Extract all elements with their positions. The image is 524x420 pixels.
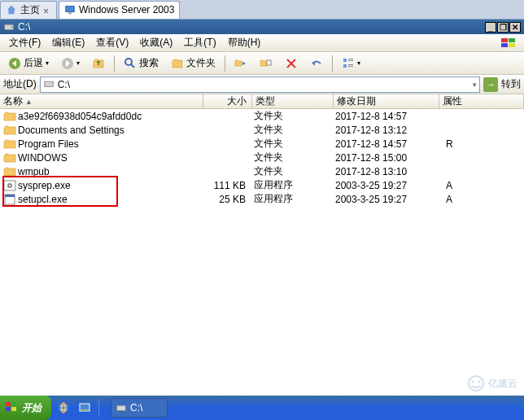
svg-rect-1: [66, 7, 75, 12]
folder-icon: [3, 152, 16, 164]
file-item[interactable]: WINDOWS文件夹2017-12-8 15:00: [0, 151, 524, 164]
menubar: 文件(F) 编辑(E) 查看(V) 收藏(A) 工具(T) 帮助(H): [0, 34, 524, 52]
maximize-button[interactable]: ❐: [497, 22, 509, 33]
menu-file[interactable]: 文件(F): [3, 34, 46, 51]
svg-rect-8: [509, 43, 515, 47]
menu-favorites[interactable]: 收藏(A): [134, 34, 178, 51]
back-icon: [8, 57, 21, 70]
search-button[interactable]: 搜索: [119, 55, 164, 72]
file-date: 2017-12-8 14:57: [332, 111, 438, 122]
start-label: 开始: [22, 401, 41, 415]
svg-rect-5: [501, 38, 508, 42]
file-attr: A: [438, 180, 524, 191]
exe-blank-icon: [3, 194, 16, 205]
copy-to-icon: [260, 57, 273, 70]
file-item[interactable]: wmpub文件夹2017-12-8 13:10: [0, 164, 524, 178]
drive-icon: [3, 20, 15, 34]
back-button[interactable]: 后退 ▾: [3, 55, 54, 72]
address-label: 地址(D): [3, 77, 37, 91]
file-item[interactable]: Documents and Settings文件夹2017-12-8 13:12: [0, 123, 524, 137]
file-date: 2017-12-8 15:00: [332, 152, 438, 164]
address-input[interactable]: C:\ ▾: [40, 77, 480, 93]
forward-button[interactable]: ▾: [56, 55, 85, 72]
folders-label: 文件夹: [186, 56, 216, 70]
quicklaunch-ie[interactable]: [55, 399, 72, 417]
views-icon: [342, 57, 355, 70]
separator: [225, 55, 225, 72]
file-date: 2003-3-25 19:27: [332, 180, 438, 191]
address-path: C:\: [58, 79, 70, 90]
svg-rect-37: [11, 402, 16, 406]
tab-vm[interactable]: Windows Server 2003: [59, 1, 180, 19]
home-icon: [6, 4, 17, 15]
minimize-button[interactable]: _: [485, 22, 496, 33]
start-button[interactable]: 开始: [0, 396, 51, 420]
file-name: WINDOWS: [18, 152, 202, 164]
svg-rect-38: [6, 407, 11, 411]
go-button[interactable]: →: [483, 77, 498, 92]
host-tab-strip: 主页 × Windows Server 2003: [0, 0, 524, 20]
taskbar-separator: [98, 400, 99, 416]
header-attr[interactable]: 属性: [439, 94, 524, 108]
tab-label: Windows Server 2003: [79, 4, 174, 15]
separator: [114, 55, 115, 72]
close-button[interactable]: ✕: [509, 22, 521, 33]
header-type[interactable]: 类型: [252, 94, 334, 108]
file-item[interactable]: a3e92f66938d054c9afdd0dc文件夹2017-12-8 14:…: [0, 109, 524, 123]
quicklaunch-desktop[interactable]: [76, 399, 94, 417]
menu-edit[interactable]: 编辑(E): [46, 34, 90, 51]
monitor-icon: [64, 4, 76, 15]
window-titlebar: C:\ _ ❐ ✕: [0, 20, 524, 34]
header-date[interactable]: 修改日期: [334, 94, 439, 108]
tab-home[interactable]: 主页 ×: [0, 1, 57, 19]
move-to-button[interactable]: [229, 55, 252, 72]
watermark: 亿速云: [467, 374, 517, 392]
file-item[interactable]: setupcl.exe25 KB应用程序2003-3-25 19:27A: [0, 192, 524, 206]
tab-label: 主页: [20, 3, 40, 17]
folders-button[interactable]: 文件夹: [166, 55, 221, 72]
taskbar: 开始 C:\: [0, 396, 524, 420]
file-name: Program Files: [18, 138, 202, 150]
file-item[interactable]: sysprep.exe111 KB应用程序2003-3-25 19:27A: [0, 178, 524, 192]
file-type: 文件夹: [251, 123, 332, 137]
up-icon: [92, 57, 105, 70]
taskbar-item[interactable]: C:\: [111, 398, 168, 418]
up-button[interactable]: [87, 55, 110, 72]
svg-point-30: [9, 185, 11, 186]
svg-point-34: [472, 381, 474, 383]
file-type: 文件夹: [251, 151, 332, 164]
svg-rect-7: [501, 43, 508, 47]
menu-view[interactable]: 查看(V): [90, 34, 134, 51]
menu-help[interactable]: 帮助(H): [222, 34, 267, 51]
folder-icon: [3, 125, 16, 136]
menu-tools[interactable]: 工具(T): [178, 34, 221, 51]
undo-button[interactable]: [305, 55, 328, 72]
file-name: setupcl.exe: [18, 194, 202, 205]
file-item[interactable]: Program Files文件夹2017-12-8 14:57R: [0, 137, 524, 151]
go-label: 转到: [501, 77, 521, 91]
dropdown-icon: ▾: [357, 59, 360, 67]
file-date: 2017-12-8 13:10: [332, 166, 438, 177]
file-type: 应用程序: [251, 178, 332, 192]
header-name[interactable]: 名称▲: [0, 94, 203, 108]
delete-icon: [285, 57, 298, 70]
exe-gear-icon: [3, 180, 16, 191]
svg-rect-43: [81, 409, 89, 411]
delete-button[interactable]: [280, 55, 303, 72]
dropdown-icon[interactable]: ▾: [473, 81, 477, 89]
close-icon[interactable]: ×: [43, 6, 51, 14]
file-name: a3e92f66938d054c9afdd0dc: [18, 111, 202, 122]
views-button[interactable]: ▾: [337, 55, 365, 72]
svg-rect-23: [348, 60, 353, 61]
file-list[interactable]: a3e92f66938d054c9afdd0dc文件夹2017-12-8 14:…: [0, 109, 524, 373]
svg-rect-22: [348, 59, 353, 59]
window-title: C:\: [18, 21, 30, 33]
svg-rect-36: [6, 402, 11, 406]
file-name: wmpub: [18, 166, 202, 177]
file-attr: A: [438, 194, 524, 205]
header-size[interactable]: 大小: [203, 94, 252, 108]
file-name: Documents and Settings: [18, 125, 202, 136]
svg-marker-0: [7, 6, 16, 15]
copy-to-button[interactable]: [255, 55, 277, 72]
svg-point-33: [469, 376, 483, 391]
